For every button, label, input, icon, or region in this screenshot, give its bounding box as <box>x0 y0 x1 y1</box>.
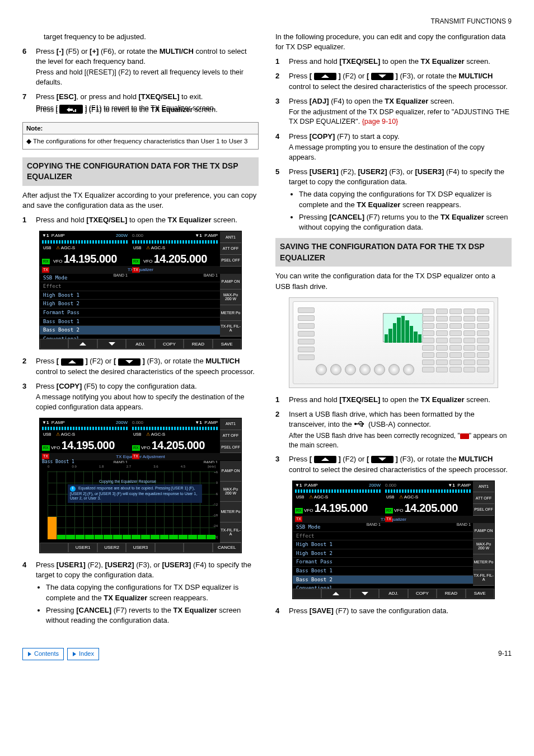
transceiver-photo: document.write(Array.from({length:45},()… <box>289 297 498 388</box>
copy-step-1: 1 Press and hold [TXEQ/SEL] to open the … <box>22 215 259 225</box>
down-triangle-icon <box>118 358 140 366</box>
edit-step-5: 5 Press [USER1] (F2), [USER2] (F3), or [… <box>275 167 512 232</box>
intro-tail: target frequency to be adjusted. <box>44 32 259 42</box>
save-step-1: 1 Press and hold [TXEQ/SEL] to open the … <box>275 395 512 405</box>
down-key <box>350 589 379 599</box>
copy-intro: After adjust the TX Equalizer according … <box>22 190 259 211</box>
down-triangle-icon <box>371 456 394 463</box>
edit-step-2: 2 Press [ ] (F2) or [ ] (F3), or rotate … <box>275 71 512 91</box>
up-triangle-icon <box>314 73 336 80</box>
right-intro: In the following procedure, you can edit… <box>275 32 512 52</box>
save-step-4: 4 Press [SAVE] (F7) to save the configur… <box>275 606 512 616</box>
page-number: 9-11 <box>498 649 512 659</box>
up-key <box>68 339 97 349</box>
save-step-2: 2 Insert a USB flash drive, which has be… <box>275 409 512 450</box>
svg-point-6 <box>362 425 363 426</box>
step-6: 6 Press [-] (F5) or [+] (F6), or rotate … <box>22 46 259 87</box>
step-7: 7 Press [ESC], or press and hold [TXEQ/S… <box>22 92 259 115</box>
tx-equalizer-list-screenshot-2: ▼1 P.AMP 200W USB ⚠ AGC-S RX VFO 14.195.… <box>292 480 495 599</box>
section-save-heading: SAVING THE CONFIGURATION DATA FOR THE TX… <box>275 238 512 267</box>
svg-rect-5 <box>360 421 362 422</box>
up-triangle-icon <box>61 358 83 366</box>
save-intro: You can write the configuration data for… <box>275 271 512 291</box>
page-header: TRANSMIT FUNCTIONS 9 <box>22 17 512 26</box>
left-column: target frequency to be adjusted. 6 Press… <box>22 32 259 626</box>
index-button[interactable]: Index <box>67 648 99 660</box>
edit-step-4: 4 Press [COPY] (F7) to start a copy. A m… <box>275 132 512 162</box>
svg-rect-3 <box>75 109 76 112</box>
copy-step-4: 4 Press [USER1] (F2), [USER2] (F3), or [… <box>22 560 259 626</box>
usb-indicator-icon <box>460 433 469 439</box>
play-icon <box>72 651 77 657</box>
edit-step-1: 1 Press and hold [TXEQ/SEL] to open the … <box>275 57 512 67</box>
usb-a-icon <box>354 420 366 430</box>
tx-equalizer-adjust-screenshot: ▼1 P.AMP 200W USB ⚠ AGC-S RX VFO 14.195.… <box>39 418 242 553</box>
page-footer: Contents Index 9-11 <box>22 648 512 660</box>
note-box: Note: ◆ The configurations for other fre… <box>22 122 259 150</box>
edit-step-3: 3 Press [ADJ] (F4) to open the TX Equali… <box>275 96 512 127</box>
tx-equalizer-list-screenshot: ▼1 P.AMP 200W USB ⚠ AGC-S RX VFO 14.195.… <box>39 231 242 349</box>
copy-step-2: 2 Press [ ] (F2) or [ ] (F3), or rotate … <box>22 356 259 376</box>
contents-button[interactable]: Contents <box>22 648 64 660</box>
back-icon <box>59 106 83 114</box>
play-icon <box>27 651 32 657</box>
up-key <box>321 589 350 599</box>
info-icon: i <box>70 486 76 492</box>
down-triangle-icon <box>371 73 394 80</box>
svg-rect-2 <box>73 110 74 112</box>
up-triangle-icon <box>314 456 336 463</box>
copy-step-3: 3 Press [COPY] (F5) to copy the configur… <box>22 381 259 412</box>
right-column: In the following procedure, you can edit… <box>275 32 512 626</box>
section-copy-heading: COPYING THE CONFIGURATION DATA FOR THE T… <box>22 157 259 186</box>
save-step-3: 3 Press [ ] (F2) or [ ] (F3), or rotate … <box>275 454 512 474</box>
down-key <box>97 339 126 349</box>
